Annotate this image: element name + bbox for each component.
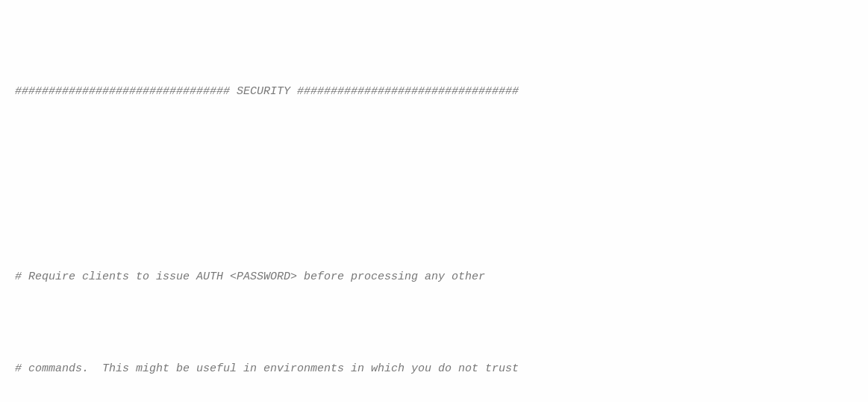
code-line-3: # Require clients to issue AUTH <PASSWOR… [15, 268, 853, 287]
code-line-4: # commands. This might be useful in envi… [15, 360, 853, 379]
code-line-2 [15, 176, 853, 194]
code-line-1: ################################ SECURIT… [15, 83, 853, 102]
code-area[interactable]: ################################ SECURIT… [0, 0, 868, 402]
editor-container: ################################ SECURIT… [0, 0, 868, 402]
